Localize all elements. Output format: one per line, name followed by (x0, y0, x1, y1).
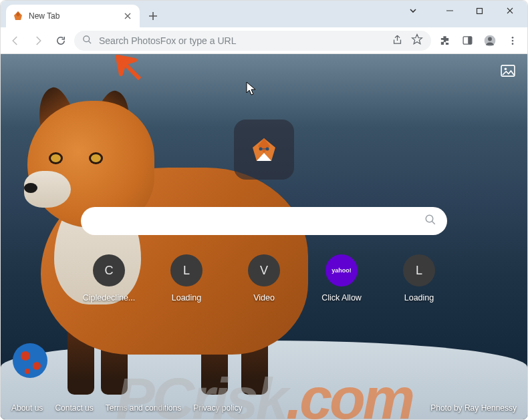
omnibox-placeholder: Search PhotosFox or type a URL (99, 35, 385, 46)
menu-button[interactable] (503, 31, 522, 50)
footer-link[interactable]: About us (11, 403, 43, 413)
minimize-button[interactable] (434, 1, 465, 21)
side-panel-button[interactable] (458, 31, 477, 50)
extension-logo (234, 120, 294, 180)
shortcuts-grid: CCipledecline...LLoadingVVideoyahoo!Clic… (77, 254, 451, 302)
bookmark-icon[interactable] (411, 33, 423, 47)
omnibox[interactable]: Search PhotosFox or type a URL (74, 31, 431, 51)
footer-link[interactable]: Contact us (55, 403, 93, 413)
photo-credit: Photo by Ray Hennessy (430, 403, 517, 413)
svg-point-7 (512, 39, 514, 41)
svg-point-5 (488, 37, 492, 41)
shortcut-label: Cipledecline... (83, 293, 136, 302)
svg-point-1 (84, 35, 90, 41)
profile-button[interactable] (481, 31, 499, 50)
tab-search-button[interactable] (398, 1, 428, 21)
new-tab-button[interactable] (144, 7, 162, 25)
tab-title: New Tab (29, 11, 122, 21)
browser-tab[interactable]: New Tab (6, 5, 140, 27)
page-search-input[interactable] (94, 215, 424, 227)
footer-links: About usContact usTerms and conditionsPr… (11, 403, 243, 413)
extensions-button[interactable] (435, 31, 454, 50)
shortcut-label: Click Allow (321, 293, 362, 302)
fox-background (1, 74, 362, 420)
nav-back-button[interactable] (6, 31, 25, 50)
new-tab-content: CCipledecline...LLoadingVVideoyahoo!Clic… (1, 54, 527, 420)
shortcut-item[interactable]: LLoading (154, 254, 219, 302)
shortcut-icon: L (403, 254, 435, 286)
page-search-bar[interactable] (81, 207, 447, 235)
svg-point-13 (426, 215, 433, 222)
footer-link[interactable]: Privacy policy (193, 403, 242, 413)
page-search-icon[interactable] (424, 214, 436, 228)
shortcut-icon: L (170, 254, 203, 286)
shortcut-label: Loading (404, 293, 434, 302)
shortcut-icon: C (93, 254, 125, 286)
svg-point-10 (505, 68, 507, 71)
svg-rect-0 (477, 8, 483, 13)
shortcut-item[interactable]: CCipledecline... (77, 254, 141, 302)
footer-link[interactable]: Terms and conditions (106, 403, 181, 413)
svg-rect-3 (468, 37, 472, 44)
shortcut-item[interactable]: LLoading (387, 254, 451, 302)
shortcut-item[interactable]: yahoo!Click Allow (309, 254, 374, 302)
wallpaper-button[interactable] (499, 63, 517, 78)
shortcut-label: Video (253, 293, 275, 302)
svg-point-6 (512, 37, 514, 39)
maximize-button[interactable] (465, 1, 495, 21)
svg-point-8 (512, 43, 514, 45)
toolbar: Search PhotosFox or type a URL (1, 27, 527, 54)
tab-close-icon[interactable] (122, 11, 133, 21)
search-icon (82, 35, 92, 47)
shortcut-icon: V (248, 254, 280, 286)
share-icon[interactable] (392, 34, 403, 47)
reload-button[interactable] (51, 31, 70, 50)
titlebar: New Tab (1, 1, 527, 27)
shortcut-item[interactable]: VVideo (232, 254, 296, 302)
window-controls (398, 1, 525, 21)
close-window-button[interactable] (495, 1, 525, 21)
tab-favicon-icon (13, 11, 23, 21)
shortcut-icon: yahoo! (325, 254, 358, 286)
shortcut-label: Loading (172, 293, 202, 302)
nav-forward-button[interactable] (29, 31, 47, 50)
